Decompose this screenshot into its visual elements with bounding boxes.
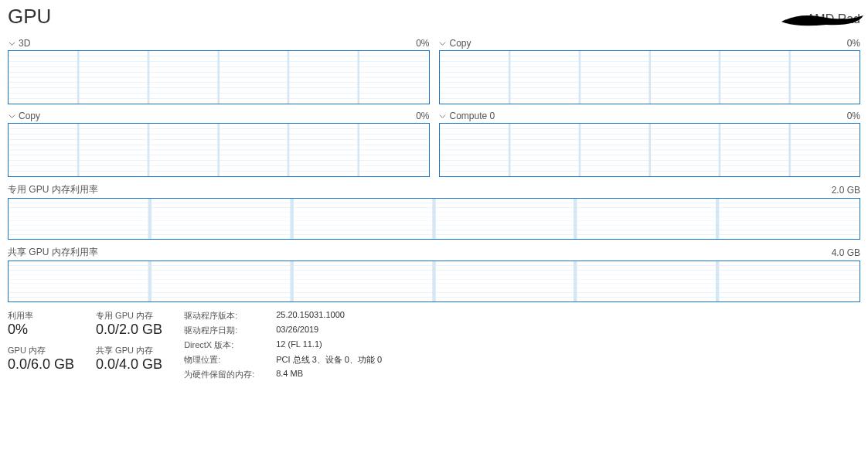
graph-dedicated-mem bbox=[8, 198, 860, 240]
panel-copy-1-label: Copy bbox=[450, 38, 471, 49]
panel-copy-1-value: 0% bbox=[847, 38, 860, 49]
chevron-down-icon bbox=[8, 112, 15, 120]
stat-shared-value: 0.0/4.0 GB bbox=[96, 356, 162, 373]
driver-date-key: 驱动程序日期: bbox=[184, 325, 254, 336]
panel-copy-2-selector[interactable]: Copy bbox=[8, 111, 40, 121]
chevron-down-icon bbox=[439, 39, 447, 47]
panel-compute-0: Compute 0 0% bbox=[439, 109, 861, 177]
panel-compute-0-selector[interactable]: Compute 0 bbox=[439, 111, 495, 121]
stat-dedicated-label: 专用 GPU 内存 bbox=[96, 310, 162, 322]
page-title: GPU bbox=[8, 5, 51, 29]
graph-shared-mem bbox=[8, 261, 860, 302]
graph-3d bbox=[8, 50, 430, 104]
detail-table: 驱动程序版本: 25.20.15031.1000 驱动程序日期: 03/26/2… bbox=[184, 310, 382, 380]
stat-shared-label: 共享 GPU 内存 bbox=[96, 345, 162, 356]
engine-row-1: 3D 0% Copy 0% bbox=[8, 36, 860, 104]
dedicated-mem-max: 2.0 GB bbox=[832, 185, 860, 196]
panel-copy-1: Copy 0% bbox=[439, 36, 861, 104]
reserved-val: 8.4 MB bbox=[276, 369, 382, 380]
stat-gpu-mem-value: 0.0/6.0 GB bbox=[8, 356, 74, 373]
panel-3d-value: 0% bbox=[416, 38, 429, 49]
gpu-header: GPU AMD Rad bbox=[8, 5, 860, 29]
stat-dedicated: 专用 GPU 内存 0.0/2.0 GB bbox=[96, 310, 162, 339]
shared-mem-max: 4.0 GB bbox=[832, 247, 860, 258]
stats-footer: 利用率 0% GPU 内存 0.0/6.0 GB 专用 GPU 内存 0.0/2… bbox=[8, 310, 860, 380]
panel-copy-2-value: 0% bbox=[416, 111, 429, 121]
panel-compute-0-label: Compute 0 bbox=[450, 111, 495, 121]
engine-row-2: Copy 0% Compute 0 0% bbox=[8, 109, 860, 177]
location-val: PCI 总线 3、设备 0、功能 0 bbox=[276, 354, 382, 366]
panel-3d-label: 3D bbox=[19, 38, 30, 49]
graph-copy-1 bbox=[439, 50, 861, 104]
graph-copy-2 bbox=[8, 123, 430, 177]
stat-shared: 共享 GPU 内存 0.0/4.0 GB bbox=[96, 345, 162, 373]
driver-date-val: 03/26/2019 bbox=[276, 325, 382, 336]
panel-3d: 3D 0% bbox=[8, 36, 430, 104]
panel-shared-mem: 共享 GPU 内存利用率 4.0 GB bbox=[8, 244, 860, 302]
panel-copy-2: Copy 0% bbox=[8, 109, 430, 177]
panel-3d-selector[interactable]: 3D bbox=[8, 38, 30, 49]
chevron-down-icon bbox=[8, 39, 15, 47]
stat-utilization-value: 0% bbox=[8, 322, 74, 339]
directx-key: DirectX 版本: bbox=[184, 339, 254, 351]
stat-utilization-label: 利用率 bbox=[8, 310, 74, 322]
reserved-key: 为硬件保留的内存: bbox=[184, 369, 254, 380]
stat-gpu-mem: GPU 内存 0.0/6.0 GB bbox=[8, 345, 74, 373]
panel-compute-0-value: 0% bbox=[847, 111, 860, 121]
location-key: 物理位置: bbox=[184, 354, 254, 366]
directx-val: 12 (FL 11.1) bbox=[276, 339, 382, 351]
chevron-down-icon bbox=[439, 112, 447, 120]
panel-copy-2-label: Copy bbox=[19, 111, 40, 121]
stat-dedicated-value: 0.0/2.0 GB bbox=[96, 322, 162, 339]
stat-gpu-mem-label: GPU 内存 bbox=[8, 345, 74, 356]
stat-utilization: 利用率 0% bbox=[8, 310, 74, 339]
panel-dedicated-mem: 专用 GPU 内存利用率 2.0 GB bbox=[8, 182, 860, 240]
driver-version-key: 驱动程序版本: bbox=[184, 310, 254, 322]
device-name: AMD Rad bbox=[807, 12, 860, 26]
dedicated-mem-label: 专用 GPU 内存利用率 bbox=[8, 183, 98, 196]
statcol-2: 专用 GPU 内存 0.0/2.0 GB 共享 GPU 内存 0.0/4.0 G… bbox=[96, 310, 162, 373]
graph-compute-0 bbox=[439, 123, 861, 177]
statcol-1: 利用率 0% GPU 内存 0.0/6.0 GB bbox=[8, 310, 74, 373]
panel-copy-1-selector[interactable]: Copy bbox=[439, 38, 471, 49]
redaction-mark bbox=[780, 11, 865, 28]
shared-mem-label: 共享 GPU 内存利用率 bbox=[8, 246, 98, 259]
driver-version-val: 25.20.15031.1000 bbox=[276, 310, 382, 322]
